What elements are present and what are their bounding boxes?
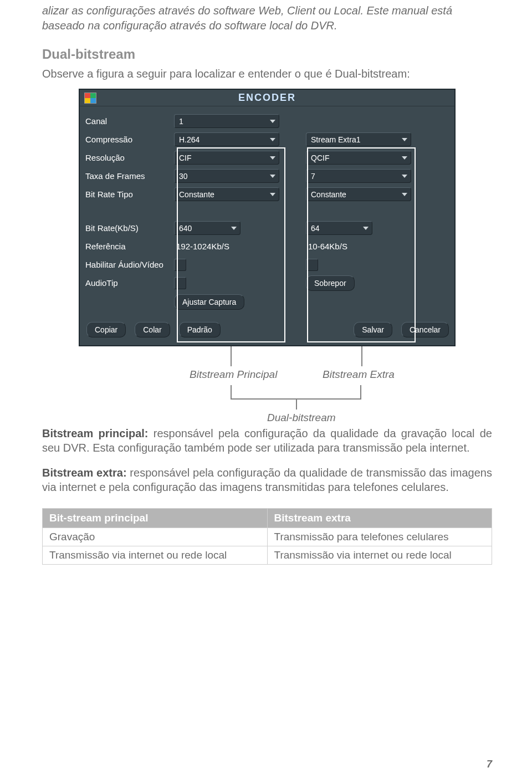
chevron-down-icon bbox=[363, 227, 369, 230]
label-habilitar-av: Habilitar Áudio/Vídeo bbox=[85, 260, 174, 269]
callout-diagram: Bitstream Principal Bitstream Extra Dual… bbox=[79, 346, 456, 424]
label-canal: Canal bbox=[85, 116, 174, 126]
checkbox-audiotip[interactable] bbox=[174, 277, 186, 289]
callout-line bbox=[360, 385, 361, 398]
callout-principal: Bitstream Principal bbox=[190, 368, 277, 381]
table-cell: Transmissão via internet ou rede local bbox=[43, 546, 268, 564]
cancelar-button[interactable]: Cancelar bbox=[401, 322, 449, 337]
dropdown-frames-1[interactable]: 30 bbox=[174, 169, 279, 183]
label-referencia: Referência bbox=[85, 242, 174, 251]
para-principal: Bitstream principal: responsável pela co… bbox=[42, 426, 492, 455]
dropdown-frames-2[interactable]: 7 bbox=[306, 169, 411, 183]
comparison-table: Bit-stream principal Bitstream extra Gra… bbox=[42, 508, 492, 565]
para-extra-bold: Bitstream extra: bbox=[42, 467, 127, 479]
label-audiotip: AudioTip bbox=[85, 278, 174, 288]
sobrepor-button[interactable]: Sobrepor bbox=[306, 275, 355, 291]
chevron-down-icon bbox=[270, 138, 275, 141]
page-number: 7 bbox=[487, 759, 492, 770]
table-cell: Transmissão via internet ou rede local bbox=[267, 546, 492, 564]
table-cell: Gravação bbox=[43, 528, 268, 546]
callout-line bbox=[231, 385, 232, 398]
value-referencia-1: 192-1024Kb/S bbox=[174, 242, 229, 251]
padrao-button[interactable]: Padrão bbox=[179, 322, 221, 337]
table-row: Gravação Transmissão para telefones celu… bbox=[43, 528, 492, 546]
intro-text: alizar as configurações através do softw… bbox=[42, 0, 492, 33]
callout-extra: Bitstream Extra bbox=[323, 368, 395, 381]
chevron-down-icon bbox=[402, 175, 407, 178]
table-cell: Transmissão para telefones celulares bbox=[267, 528, 492, 546]
encoder-logo-icon bbox=[84, 93, 96, 104]
dropdown-bitrate-tipo-1[interactable]: Constante bbox=[174, 187, 279, 201]
encoder-window: ENCODER Canal 1 Compressão H.264 Stream … bbox=[79, 89, 456, 346]
ajustar-captura-button[interactable]: Ajustar Captura bbox=[174, 294, 244, 310]
callout-line bbox=[361, 346, 362, 366]
encoder-title: ENCODER bbox=[101, 92, 433, 104]
chevron-down-icon bbox=[270, 120, 275, 123]
label-bitrate-kbs: Bit Rate(Kb/S) bbox=[85, 223, 174, 233]
callout-dual: Dual-bitstream bbox=[267, 412, 336, 424]
salvar-button[interactable]: Salvar bbox=[354, 322, 392, 337]
dropdown-bitrate-tipo-2[interactable]: Constante bbox=[306, 187, 411, 201]
dropdown-stream-extra[interactable]: Stream Extra1 bbox=[306, 132, 411, 146]
label-taxa-frames: Taxa de Frames bbox=[85, 171, 174, 181]
encoder-header: ENCODER bbox=[80, 90, 454, 106]
lead-text: Observe a figura a seguir para localizar… bbox=[42, 66, 492, 81]
label-resolucao: Resolução bbox=[85, 153, 174, 162]
para-principal-bold: Bitstream principal: bbox=[42, 427, 149, 439]
chevron-down-icon bbox=[402, 156, 407, 160]
dropdown-canal[interactable]: 1 bbox=[174, 114, 279, 128]
callout-line bbox=[296, 398, 297, 410]
chevron-down-icon bbox=[402, 138, 407, 141]
copiar-button[interactable]: Copiar bbox=[86, 322, 126, 337]
chevron-down-icon bbox=[231, 227, 237, 230]
table-header-extra: Bitstream extra bbox=[267, 508, 492, 528]
chevron-down-icon bbox=[402, 193, 407, 196]
label-bitrate-tipo: Bit Rate Tipo bbox=[85, 190, 174, 199]
para-extra: Bitstream extra: responsável pela config… bbox=[42, 465, 492, 495]
dropdown-resolucao-2[interactable]: QCIF bbox=[306, 151, 411, 165]
colar-button[interactable]: Colar bbox=[135, 322, 170, 337]
checkbox-av-2[interactable] bbox=[306, 259, 318, 271]
table-row: Transmissão via internet ou rede local T… bbox=[43, 546, 492, 564]
dropdown-bitrate-1[interactable]: 640 bbox=[174, 221, 241, 235]
checkbox-av-1[interactable] bbox=[174, 259, 186, 271]
chevron-down-icon bbox=[270, 156, 275, 160]
dropdown-resolucao-1[interactable]: CIF bbox=[174, 151, 279, 165]
label-compressao: Compressão bbox=[85, 135, 174, 144]
chevron-down-icon bbox=[270, 193, 275, 196]
section-title: Dual-bitstream bbox=[42, 47, 492, 62]
dropdown-bitrate-2[interactable]: 64 bbox=[306, 221, 372, 235]
value-referencia-2: 10-64Kb/S bbox=[306, 242, 347, 251]
callout-line bbox=[231, 346, 232, 366]
chevron-down-icon bbox=[270, 175, 275, 178]
dropdown-compressao[interactable]: H.264 bbox=[174, 132, 279, 146]
table-header-principal: Bit-stream principal bbox=[43, 508, 268, 528]
